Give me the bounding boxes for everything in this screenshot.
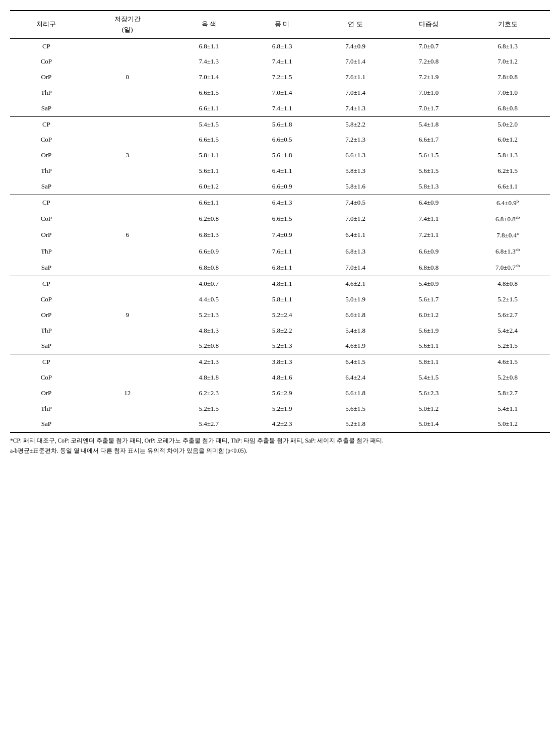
cell-col6: 7.0±1.0 <box>392 85 465 101</box>
cell-col3: 4.2±1.3 <box>172 354 245 370</box>
cell-col4: 7.2±1.5 <box>245 70 319 85</box>
cell-col7: 7.0±1.2 <box>465 54 550 70</box>
cell-treatment: ThP <box>10 85 83 101</box>
cell-treatment: CP <box>10 116 83 132</box>
cell-col7: 6.2±1.5 <box>465 163 550 179</box>
table-row: CP4.0±0.74.8±1.14.6±2.15.4±0.94.8±0.8 <box>10 276 550 292</box>
cell-day <box>83 211 172 227</box>
cell-col6: 5.8±1.3 <box>392 179 465 195</box>
cell-col7: 4.6±1.5 <box>465 354 550 370</box>
cell-col3: 6.6±1.5 <box>172 85 245 101</box>
cell-col6: 7.2±0.8 <box>392 54 465 70</box>
table-row: OrP126.2±2.35.6±2.96.6±1.85.6±2.35.8±2.7 <box>10 386 550 401</box>
cell-col3: 6.6±1.1 <box>172 195 245 211</box>
cell-col3: 4.0±0.7 <box>172 276 245 292</box>
cell-col7: 5.6±2.7 <box>465 307 550 323</box>
cell-treatment: CP <box>10 195 83 211</box>
cell-col5: 7.0±1.4 <box>319 85 392 101</box>
cell-treatment: CP <box>10 354 83 370</box>
header-storage-days: 저장기간(일) <box>83 11 172 38</box>
table-row: CoP4.8±1.84.8±1.66.4±2.45.4±1.55.2±0.8 <box>10 370 550 386</box>
cell-treatment: CoP <box>10 211 83 227</box>
cell-col5: 7.0±1.2 <box>319 211 392 227</box>
cell-col6: 7.2±1.1 <box>392 227 465 243</box>
cell-treatment: ThP <box>10 401 83 417</box>
cell-col5: 6.4±1.1 <box>319 227 392 243</box>
cell-col6: 7.4±1.1 <box>392 211 465 227</box>
cell-col6: 5.6±1.1 <box>392 338 465 354</box>
cell-col5: 5.6±1.5 <box>319 401 392 417</box>
cell-col5: 7.0±1.4 <box>319 54 392 70</box>
cell-col7: 5.2±1.5 <box>465 338 550 354</box>
cell-col3: 6.6±0.9 <box>172 243 245 260</box>
cell-day <box>83 276 172 292</box>
cell-day <box>83 116 172 132</box>
data-table: 처리구 저장기간(일) 육 색 풍 미 연 도 다즙성 기호도 CP6.8±1.… <box>10 10 550 433</box>
table-header: 처리구 저장기간(일) 육 색 풍 미 연 도 다즙성 기호도 <box>10 11 550 38</box>
cell-col3: 6.6±1.5 <box>172 132 245 148</box>
cell-treatment: ThP <box>10 163 83 179</box>
cell-col5: 4.6±2.1 <box>319 276 392 292</box>
cell-col6: 5.6±2.3 <box>392 386 465 401</box>
cell-treatment: SaP <box>10 338 83 354</box>
cell-col3: 5.2±1.3 <box>172 307 245 323</box>
table-body: CP6.8±1.16.8±1.37.4±0.97.0±0.76.8±1.3CoP… <box>10 38 550 432</box>
cell-treatment: ThP <box>10 243 83 260</box>
cell-col3: 6.8±0.8 <box>172 260 245 276</box>
cell-col6: 5.6±1.5 <box>392 148 465 163</box>
table-row: CoP6.6±1.56.6±0.57.2±1.36.6±1.76.0±1.2 <box>10 132 550 148</box>
cell-col4: 4.8±1.6 <box>245 370 319 386</box>
table-row: CoP7.4±1.37.4±1.17.0±1.47.2±0.87.0±1.2 <box>10 54 550 70</box>
cell-col3: 5.4±2.7 <box>172 416 245 432</box>
cell-treatment: SaP <box>10 260 83 276</box>
cell-col5: 5.0±1.9 <box>319 292 392 307</box>
cell-col4: 5.6±2.9 <box>245 386 319 401</box>
table-row: OrP95.2±1.35.2±2.46.6±1.86.0±1.25.6±2.7 <box>10 307 550 323</box>
cell-day: 3 <box>83 148 172 163</box>
cell-day: 0 <box>83 70 172 85</box>
cell-col6: 5.6±1.7 <box>392 292 465 307</box>
cell-col7: 5.8±1.3 <box>465 148 550 163</box>
cell-col6: 6.0±1.2 <box>392 307 465 323</box>
cell-col7: 5.4±2.4 <box>465 323 550 339</box>
cell-col6: 5.0±1.4 <box>392 416 465 432</box>
cell-treatment: ThP <box>10 323 83 339</box>
cell-col3: 6.6±1.1 <box>172 101 245 116</box>
cell-col4: 4.8±1.1 <box>245 276 319 292</box>
cell-col7: 7.8±0.8 <box>465 70 550 85</box>
cell-treatment: CoP <box>10 292 83 307</box>
cell-col3: 7.0±1.4 <box>172 70 245 85</box>
cell-treatment: CoP <box>10 54 83 70</box>
cell-col4: 7.6±1.1 <box>245 243 319 260</box>
cell-col5: 6.6±1.8 <box>319 386 392 401</box>
cell-day <box>83 354 172 370</box>
cell-treatment: SaP <box>10 179 83 195</box>
cell-col6: 5.6±1.5 <box>392 163 465 179</box>
cell-day <box>83 38 172 54</box>
table-row: CoP4.4±0.55.8±1.15.0±1.95.6±1.75.2±1.5 <box>10 292 550 307</box>
footnote-1: *CP: 패티 대조구, CoP: 코리엔더 추출물 첨가 패티, OrP: 오… <box>10 436 550 446</box>
cell-day <box>83 292 172 307</box>
cell-col7: 5.4±1.1 <box>465 401 550 417</box>
cell-col7: 4.8±0.8 <box>465 276 550 292</box>
cell-col4: 7.4±1.1 <box>245 54 319 70</box>
footnote-2: a-b평균±표준편차. 동일 열 내에서 다른 첨자 표시는 유의적 차이가 있… <box>10 446 550 456</box>
cell-col4: 5.2±1.9 <box>245 401 319 417</box>
table-row: OrP35.8±1.15.6±1.86.6±1.35.6±1.55.8±1.3 <box>10 148 550 163</box>
cell-col4: 7.4±1.1 <box>245 101 319 116</box>
cell-treatment: CP <box>10 38 83 54</box>
cell-day <box>83 323 172 339</box>
cell-treatment: CoP <box>10 370 83 386</box>
cell-col7: 6.4±0.9b <box>465 195 550 211</box>
cell-day <box>83 260 172 276</box>
table-row: CP6.6±1.16.4±1.37.4±0.56.4±0.96.4±0.9b <box>10 195 550 211</box>
cell-day: 9 <box>83 307 172 323</box>
cell-treatment: OrP <box>10 227 83 243</box>
footnotes-container: *CP: 패티 대조구, CoP: 코리엔더 추출물 첨가 패티, OrP: 오… <box>10 436 550 456</box>
table-row: OrP66.8±1.37.4±0.96.4±1.17.2±1.17.8±0.4a <box>10 227 550 243</box>
cell-col3: 7.4±1.3 <box>172 54 245 70</box>
cell-col7: 6.8±0.8 <box>465 101 550 116</box>
cell-col7: 7.0±1.0 <box>465 85 550 101</box>
cell-col4: 6.8±1.3 <box>245 38 319 54</box>
cell-col4: 6.4±1.3 <box>245 195 319 211</box>
